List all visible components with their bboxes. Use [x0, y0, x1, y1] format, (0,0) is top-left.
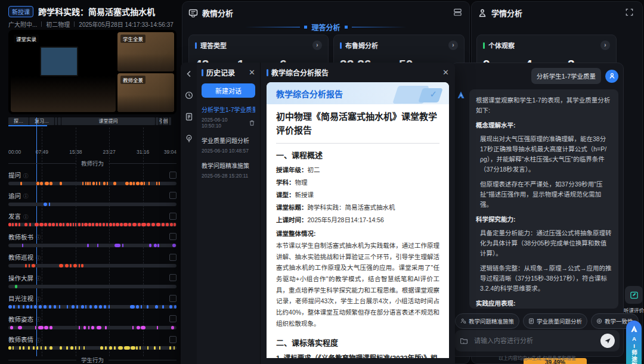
- behavior-mark: [149, 244, 151, 247]
- behavior-track[interactable]: [8, 244, 177, 247]
- info-icon[interactable]: ⓘ: [23, 172, 29, 179]
- history-clock-icon[interactable]: [185, 91, 193, 99]
- behavior-track[interactable]: [8, 203, 177, 206]
- new-chat-button[interactable]: 新建对话: [202, 83, 255, 98]
- timeline-segment[interactable]: 探…: [8, 117, 29, 125]
- idea-bulb-icon[interactable]: [185, 134, 193, 142]
- chat-input-box[interactable]: [455, 330, 620, 351]
- info-icon[interactable]: ⓘ: [23, 213, 29, 220]
- behavior-mark: [66, 223, 69, 226]
- behavior-checkbox[interactable]: [169, 295, 177, 302]
- behavior-mark: [40, 182, 43, 185]
- behavior-mark: [15, 285, 17, 288]
- behavior-mark: [25, 264, 27, 267]
- info-icon[interactable]: ⓘ: [36, 233, 41, 240]
- info-icon[interactable]: ⓘ: [36, 315, 41, 322]
- behavior-mark: [15, 223, 18, 226]
- timeline-segment[interactable]: [156, 117, 158, 125]
- send-button[interactable]: [600, 334, 615, 348]
- close-icon[interactable]: ✕: [249, 68, 255, 77]
- layout-columns-icon[interactable]: [453, 8, 462, 17]
- behavior-checkbox[interactable]: [169, 192, 177, 199]
- report-file-icon[interactable]: [185, 113, 193, 121]
- info-icon[interactable]: ⓘ: [36, 274, 41, 281]
- behavior-checkbox[interactable]: [169, 213, 177, 220]
- info-icon[interactable]: ⓘ: [36, 254, 41, 261]
- chevron-right-icon[interactable]: ›: [448, 41, 458, 50]
- history-item-title[interactable]: 学业质量问题分析: [202, 136, 255, 145]
- behavior-mark: [60, 346, 62, 350]
- video-player[interactable]: 课堂实录 学生全景 教师全景: [8, 30, 177, 114]
- timeline-segment[interactable]: [58, 117, 60, 125]
- timeline-segment[interactable]: [55, 117, 57, 125]
- behavior-mark: [151, 223, 155, 226]
- video-main-view[interactable]: 课堂实录: [11, 32, 116, 112]
- ai-paragraph: 具备定量分析能力：通过压强公式将抽象原理转化为具体计算（38分05秒完成单位换算…: [480, 228, 612, 259]
- timeline-segment[interactable]: 创: [163, 117, 168, 125]
- compare-icon: [596, 318, 602, 324]
- history-item-title[interactable]: 教学问题精准施策: [202, 161, 255, 170]
- info-icon[interactable]: ⓘ: [36, 295, 41, 302]
- behavior-mark: [26, 305, 29, 309]
- ai-brand-pill[interactable]: AI师途智伴: [626, 321, 642, 364]
- behavior-mark: [133, 182, 135, 185]
- behavior-track[interactable]: [8, 223, 177, 226]
- report-field: 授课年级：初二: [276, 165, 439, 174]
- history-item[interactable]: 分析学生1-7学业质量2025-06-10 10:50:10: [202, 105, 255, 129]
- behavior-mark: [8, 346, 11, 350]
- info-icon[interactable]: ⓘ: [36, 336, 41, 343]
- behavior-track[interactable]: [8, 285, 177, 288]
- behavior-mark: [114, 244, 120, 247]
- fullscreen-icon[interactable]: [625, 8, 634, 17]
- behavior-checkbox[interactable]: [169, 254, 177, 261]
- behavior-mark: [100, 346, 103, 350]
- ai-brand-text: AI师途智伴: [630, 335, 638, 364]
- history-item-title[interactable]: 分析学生1-7学业质量: [202, 105, 255, 114]
- behavior-track[interactable]: [8, 346, 177, 350]
- behavior-mark: [8, 305, 12, 309]
- collapse-left-icon[interactable]: [185, 70, 193, 78]
- behavior-track[interactable]: [8, 182, 177, 185]
- prompt-folder-icon[interactable]: [460, 337, 468, 345]
- behavior-checkbox[interactable]: [169, 315, 177, 322]
- behavior-track[interactable]: [8, 326, 177, 329]
- close-icon[interactable]: ✕: [442, 68, 449, 77]
- behavior-track[interactable]: [8, 305, 177, 309]
- behavior-track[interactable]: [8, 264, 177, 267]
- behavior-mark: [39, 223, 43, 226]
- chat-input[interactable]: [473, 337, 596, 345]
- behavior-mark: [75, 346, 77, 350]
- doc-icon: [528, 318, 534, 324]
- behavior-mark: [36, 346, 38, 350]
- lesson-segment-bar[interactable]: 探…复习…课堂提问引创: [8, 117, 177, 125]
- timeline-segment[interactable]: [169, 117, 171, 125]
- behavior-checkbox[interactable]: [169, 336, 177, 343]
- behavior-checkbox[interactable]: [169, 233, 177, 240]
- video-teacher-view[interactable]: 教师全景: [117, 73, 174, 113]
- tab-reply-analysis[interactable]: 理答分析: [182, 22, 469, 32]
- history-item-time: 2025-06-10 10:50:10: [202, 117, 246, 129]
- chevron-right-icon[interactable]: ›: [600, 41, 610, 50]
- behavior-mark: [155, 305, 158, 309]
- behavior-row-header: 操作大屏ⓘ: [8, 273, 177, 282]
- timeline-segment[interactable]: 复习…: [29, 117, 54, 125]
- video-students-view[interactable]: 学生全景: [117, 32, 174, 71]
- behavior-mark: [88, 326, 90, 329]
- behavior-mark: [8, 223, 11, 226]
- quick-action-chip[interactable]: 教学问题精准施策: [455, 313, 519, 329]
- behavior-checkbox[interactable]: [169, 274, 177, 281]
- chevron-right-icon[interactable]: ›: [312, 41, 322, 50]
- student-analysis-icon: [478, 8, 487, 18]
- trash-icon[interactable]: [249, 120, 255, 126]
- info-icon[interactable]: ⓘ: [23, 192, 29, 199]
- history-item[interactable]: 学业质量问题分析2025-06-10 10:48:57: [202, 136, 255, 154]
- behavior-mark: [157, 326, 159, 329]
- behavior-mark: [99, 182, 100, 185]
- history-item[interactable]: 教学问题精准施策2025-05-28 15:20:11: [202, 161, 255, 179]
- behavior-checkbox[interactable]: [169, 172, 177, 179]
- timeline-segment[interactable]: 引: [159, 117, 163, 125]
- quick-action-chip[interactable]: 学业质量问题分析: [523, 313, 587, 329]
- timeline-segment[interactable]: 课堂提问: [61, 117, 156, 125]
- behavior-mark: [28, 346, 30, 350]
- listen-review-button[interactable]: [625, 286, 643, 304]
